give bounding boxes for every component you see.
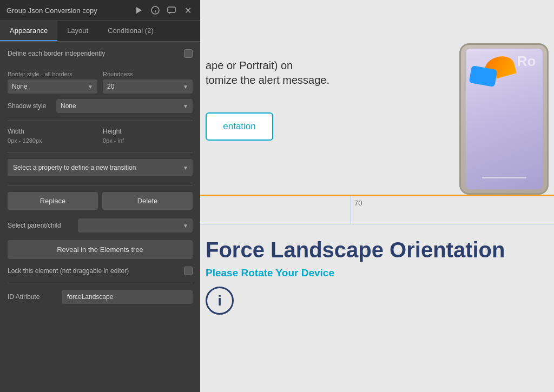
border-independently-row: Define each border independently: [8, 49, 193, 64]
reveal-button[interactable]: Reveal in the Elements tree: [8, 240, 193, 259]
replace-button[interactable]: Replace: [8, 192, 98, 210]
parent-child-row: Select parent/child ▼: [8, 218, 193, 232]
action-buttons: Replace Delete: [8, 192, 193, 210]
border-independently-checkbox[interactable]: [184, 49, 193, 58]
play-icon[interactable]: [133, 4, 145, 16]
panel-title: Group Json Conversion copy: [6, 6, 97, 15]
canvas-content: ape or Portrait) on tomize the alert mes…: [200, 54, 554, 392]
id-attr-label: ID Attribute: [8, 293, 56, 301]
shadow-style-label: Shadow style: [8, 102, 51, 110]
svg-rect-3: [168, 7, 175, 12]
border-style-label: Border style - all borders: [8, 71, 97, 77]
divider-1: [8, 121, 193, 121]
canvas-button[interactable]: entation: [206, 112, 273, 141]
chat-icon[interactable]: [166, 4, 177, 16]
tablet-image: Ro: [446, 38, 554, 211]
panel-content: Define each border independently Border …: [0, 42, 200, 392]
svg-text:i: i: [155, 8, 156, 14]
border-style-group: Border style - all borders None Solid Da…: [8, 71, 97, 94]
ruler-vertical-line: [351, 196, 351, 224]
tablet-bar: [482, 177, 526, 178]
width-value: 0px - 1280px: [8, 137, 42, 144]
tab-layout[interactable]: Layout: [57, 21, 98, 41]
parent-child-select-wrap: ▼: [78, 218, 193, 232]
height-value: 0px - inf: [103, 137, 124, 144]
border-style-select[interactable]: None Solid Dashed: [8, 79, 97, 94]
width-item: Width 0px - 1280px: [8, 128, 97, 144]
roundness-select[interactable]: 20: [103, 79, 193, 94]
shadow-select-wrap: None Drop Shadow Inner Shadow ▼: [56, 99, 193, 113]
svg-marker-0: [136, 7, 142, 14]
wh-section: Width 0px - 1280px Height 0px - inf: [8, 128, 193, 144]
bottom-section: Force Landscape Orientation Please Rotat…: [206, 238, 554, 315]
border-style-select-wrap: None Solid Dashed ▼: [8, 79, 97, 94]
ruler-number: 70: [354, 199, 362, 207]
border-roundness-section: Border style - all borders None Solid Da…: [8, 71, 193, 94]
ruler-area: 70: [200, 195, 554, 224]
blue-arrow-icon: [469, 65, 497, 87]
transition-select[interactable]: Select a property to define a new transi…: [8, 159, 193, 176]
id-attr-row: ID Attribute: [8, 290, 193, 304]
info-icon[interactable]: i: [149, 4, 161, 16]
roundness-label: Roundness: [103, 71, 193, 77]
height-item: Height 0px - inf: [103, 128, 193, 144]
tablet-screen: Ro: [466, 49, 543, 189]
info-circle-icon: i: [206, 287, 234, 315]
close-icon[interactable]: ✕: [182, 4, 194, 16]
divider-4: [8, 283, 193, 283]
panel-header: Group Json Conversion copy i ✕: [0, 0, 200, 21]
panel-header-icons: i ✕: [133, 4, 194, 16]
height-label: Height: [103, 128, 193, 135]
canvas-description: ape or Portrait) on tomize the alert mes…: [206, 59, 329, 87]
properties-panel: Group Json Conversion copy i ✕ Appearanc…: [0, 0, 200, 392]
tab-appearance[interactable]: Appearance: [0, 21, 57, 41]
width-label: Width: [8, 128, 97, 135]
divider-2: [8, 152, 193, 152]
transition-wrap: Select a property to define a new transi…: [8, 159, 193, 176]
shadow-style-select[interactable]: None Drop Shadow Inner Shadow: [56, 99, 193, 113]
roundness-group: Roundness 20 ▼: [103, 71, 193, 94]
bottom-title: Force Landscape Orientation: [206, 238, 554, 262]
lock-checkbox[interactable]: [184, 267, 193, 275]
delete-button[interactable]: Delete: [102, 192, 193, 210]
tabs-bar: Appearance Layout Conditional (2): [0, 21, 200, 42]
parent-child-label: Select parent/child: [8, 222, 72, 229]
lock-label: Lock this element (not draggable in edit…: [8, 267, 129, 275]
roundness-select-wrap: 20 ▼: [103, 79, 193, 94]
shadow-style-row: Shadow style None Drop Shadow Inner Shad…: [8, 99, 193, 113]
tablet-body: Ro: [459, 43, 549, 195]
tab-conditional[interactable]: Conditional (2): [98, 21, 163, 41]
divider-3: [8, 185, 193, 185]
lock-row: Lock this element (not draggable in edit…: [8, 267, 193, 275]
border-independently-label: Define each border independently: [8, 50, 105, 57]
bottom-subtitle: Please Rotate Your Device: [206, 267, 554, 279]
id-attr-input[interactable]: [62, 290, 193, 304]
parent-child-select[interactable]: [78, 218, 193, 232]
